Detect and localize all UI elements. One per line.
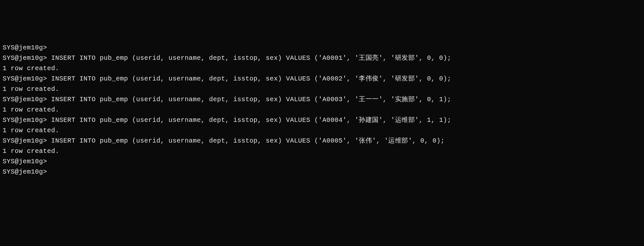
terminal-result-line: 1 row created. [3,63,641,74]
terminal-result-line: 1 row created. [3,84,641,94]
terminal-output[interactable]: SYS@jem10g>SYS@jem10g> INSERT INTO pub_e… [3,43,641,177]
terminal-command-line: SYS@jem10g> INSERT INTO pub_emp (userid,… [3,74,641,84]
terminal-command-line: SYS@jem10g> INSERT INTO pub_emp (userid,… [3,53,641,63]
terminal-command-line: SYS@jem10g> INSERT INTO pub_emp (userid,… [3,136,641,146]
terminal-result-line: 1 row created. [3,125,641,136]
terminal-command-line: SYS@jem10g> INSERT INTO pub_emp (userid,… [3,115,641,125]
terminal-result-line: 1 row created. [3,105,641,115]
terminal-prompt-line: SYS@jem10g> [3,167,641,177]
terminal-command-line: SYS@jem10g> INSERT INTO pub_emp (userid,… [3,94,641,105]
terminal-result-line: 1 row created. [3,146,641,156]
terminal-prompt-line: SYS@jem10g> [3,156,641,167]
terminal-prompt-line: SYS@jem10g> [3,43,641,53]
